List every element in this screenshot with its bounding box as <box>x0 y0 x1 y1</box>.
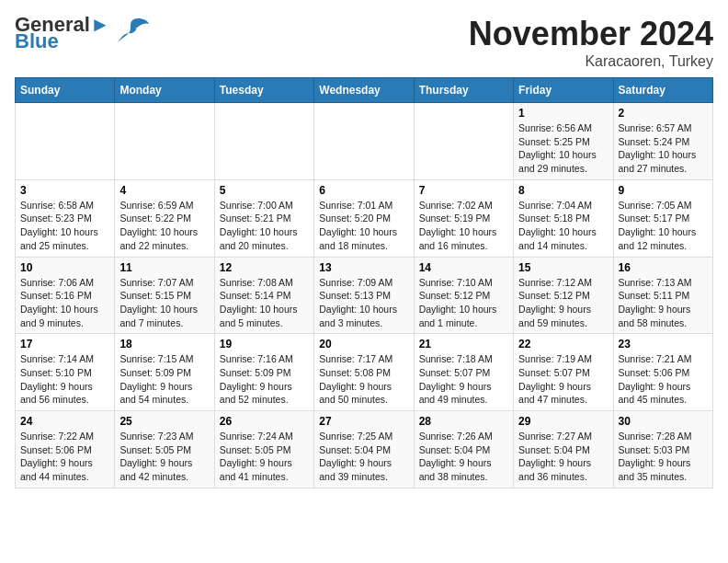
day-info: Sunrise: 7:04 AM Sunset: 5:18 PM Dayligh… <box>518 199 608 253</box>
calendar-month-year: November 2024 <box>469 15 713 53</box>
day-info: Sunrise: 7:09 AM Sunset: 5:13 PM Dayligh… <box>319 276 408 330</box>
day-number: 1 <box>518 107 608 120</box>
calendar-cell: 26Sunrise: 7:24 AM Sunset: 5:05 PM Dayli… <box>214 411 313 488</box>
calendar-cell: 23Sunrise: 7:21 AM Sunset: 5:06 PM Dayli… <box>613 334 712 411</box>
day-info: Sunrise: 7:15 AM Sunset: 5:09 PM Dayligh… <box>119 352 209 407</box>
calendar-cell: 19Sunrise: 7:16 AM Sunset: 5:09 PM Dayli… <box>214 334 313 411</box>
weekday-header: Friday <box>514 78 613 103</box>
calendar-table: SundayMondayTuesdayWednesdayThursdayFrid… <box>15 77 713 488</box>
calendar-cell: 6Sunrise: 7:01 AM Sunset: 5:20 PM Daylig… <box>314 179 414 257</box>
day-number: 27 <box>319 415 408 428</box>
calendar-cell <box>214 103 313 180</box>
calendar-location: Karacaoren, Turkey <box>469 53 713 70</box>
day-number: 19 <box>220 338 309 350</box>
day-number: 17 <box>20 338 109 350</box>
calendar-cell: 11Sunrise: 7:07 AM Sunset: 5:15 PM Dayli… <box>115 257 214 334</box>
day-number: 9 <box>619 184 708 197</box>
day-info: Sunrise: 7:24 AM Sunset: 5:05 PM Dayligh… <box>220 430 309 484</box>
calendar-week-row: 1Sunrise: 6:56 AM Sunset: 5:25 PM Daylig… <box>16 103 713 180</box>
day-info: Sunrise: 7:07 AM Sunset: 5:15 PM Dayligh… <box>119 276 209 330</box>
calendar-cell: 24Sunrise: 7:22 AM Sunset: 5:06 PM Dayli… <box>16 411 115 488</box>
logo: General► Blue <box>15 15 149 52</box>
calendar-cell: 7Sunrise: 7:02 AM Sunset: 5:19 PM Daylig… <box>414 179 513 257</box>
day-number: 2 <box>619 107 708 120</box>
day-info: Sunrise: 7:08 AM Sunset: 5:14 PM Dayligh… <box>220 276 309 330</box>
day-number: 3 <box>20 184 109 197</box>
day-number: 28 <box>419 415 508 428</box>
day-info: Sunrise: 7:16 AM Sunset: 5:09 PM Dayligh… <box>220 352 309 407</box>
day-info: Sunrise: 7:25 AM Sunset: 5:04 PM Dayligh… <box>319 430 408 484</box>
calendar-week-row: 24Sunrise: 7:22 AM Sunset: 5:06 PM Dayli… <box>16 411 713 488</box>
day-number: 7 <box>419 184 508 197</box>
day-info: Sunrise: 6:58 AM Sunset: 5:23 PM Dayligh… <box>20 199 109 253</box>
day-number: 12 <box>220 261 309 274</box>
calendar-week-row: 3Sunrise: 6:58 AM Sunset: 5:23 PM Daylig… <box>16 179 713 257</box>
weekday-header: Saturday <box>613 78 712 103</box>
calendar-cell: 3Sunrise: 6:58 AM Sunset: 5:23 PM Daylig… <box>16 179 115 257</box>
day-info: Sunrise: 7:23 AM Sunset: 5:05 PM Dayligh… <box>119 430 209 484</box>
day-number: 18 <box>119 338 209 350</box>
calendar-cell: 9Sunrise: 7:05 AM Sunset: 5:17 PM Daylig… <box>613 179 712 257</box>
day-number: 26 <box>220 415 309 428</box>
calendar-cell: 29Sunrise: 7:27 AM Sunset: 5:04 PM Dayli… <box>514 411 613 488</box>
calendar-cell: 27Sunrise: 7:25 AM Sunset: 5:04 PM Dayli… <box>314 411 414 488</box>
day-info: Sunrise: 7:26 AM Sunset: 5:04 PM Dayligh… <box>419 430 508 484</box>
weekday-header: Tuesday <box>214 78 313 103</box>
day-number: 30 <box>619 415 708 428</box>
day-info: Sunrise: 7:13 AM Sunset: 5:11 PM Dayligh… <box>619 276 708 330</box>
day-number: 20 <box>319 338 408 350</box>
day-number: 10 <box>20 261 109 274</box>
calendar-cell: 17Sunrise: 7:14 AM Sunset: 5:10 PM Dayli… <box>16 334 115 411</box>
day-info: Sunrise: 7:19 AM Sunset: 5:07 PM Dayligh… <box>518 352 608 407</box>
calendar-cell: 12Sunrise: 7:08 AM Sunset: 5:14 PM Dayli… <box>214 257 313 334</box>
day-info: Sunrise: 7:22 AM Sunset: 5:06 PM Dayligh… <box>20 430 109 484</box>
calendar-cell: 21Sunrise: 7:18 AM Sunset: 5:07 PM Dayli… <box>414 334 513 411</box>
day-info: Sunrise: 7:28 AM Sunset: 5:03 PM Dayligh… <box>619 430 708 484</box>
day-info: Sunrise: 7:18 AM Sunset: 5:07 PM Dayligh… <box>419 352 508 407</box>
calendar-cell: 8Sunrise: 7:04 AM Sunset: 5:18 PM Daylig… <box>514 179 613 257</box>
weekday-header: Sunday <box>16 78 115 103</box>
day-number: 23 <box>619 338 708 350</box>
day-info: Sunrise: 7:10 AM Sunset: 5:12 PM Dayligh… <box>419 276 508 330</box>
page-header: General► Blue November 2024 Karacaoren, … <box>15 15 713 70</box>
day-number: 25 <box>119 415 209 428</box>
day-info: Sunrise: 7:01 AM Sunset: 5:20 PM Dayligh… <box>319 199 408 253</box>
calendar-cell: 10Sunrise: 7:06 AM Sunset: 5:16 PM Dayli… <box>16 257 115 334</box>
day-info: Sunrise: 7:06 AM Sunset: 5:16 PM Dayligh… <box>20 276 109 330</box>
weekday-header: Monday <box>115 78 214 103</box>
calendar-week-row: 17Sunrise: 7:14 AM Sunset: 5:10 PM Dayli… <box>16 334 713 411</box>
calendar-cell: 15Sunrise: 7:12 AM Sunset: 5:12 PM Dayli… <box>514 257 613 334</box>
day-number: 8 <box>518 184 608 197</box>
day-info: Sunrise: 7:14 AM Sunset: 5:10 PM Dayligh… <box>20 352 109 407</box>
day-number: 6 <box>319 184 408 197</box>
calendar-cell: 28Sunrise: 7:26 AM Sunset: 5:04 PM Dayli… <box>414 411 513 488</box>
day-info: Sunrise: 6:56 AM Sunset: 5:25 PM Dayligh… <box>518 121 608 176</box>
calendar-cell: 13Sunrise: 7:09 AM Sunset: 5:13 PM Dayli… <box>314 257 414 334</box>
calendar-cell <box>314 103 414 180</box>
day-info: Sunrise: 7:05 AM Sunset: 5:17 PM Dayligh… <box>619 199 708 253</box>
calendar-header-row: SundayMondayTuesdayWednesdayThursdayFrid… <box>16 78 713 103</box>
calendar-week-row: 10Sunrise: 7:06 AM Sunset: 5:16 PM Dayli… <box>16 257 713 334</box>
day-number: 22 <box>518 338 608 350</box>
calendar-cell: 5Sunrise: 7:00 AM Sunset: 5:21 PM Daylig… <box>214 179 313 257</box>
day-number: 14 <box>419 261 508 274</box>
day-info: Sunrise: 7:21 AM Sunset: 5:06 PM Dayligh… <box>619 352 708 407</box>
calendar-cell: 20Sunrise: 7:17 AM Sunset: 5:08 PM Dayli… <box>314 334 414 411</box>
calendar-cell: 1Sunrise: 6:56 AM Sunset: 5:25 PM Daylig… <box>514 103 613 180</box>
day-number: 15 <box>518 261 608 274</box>
day-info: Sunrise: 7:12 AM Sunset: 5:12 PM Dayligh… <box>518 276 608 330</box>
day-number: 29 <box>518 415 608 428</box>
calendar-cell: 18Sunrise: 7:15 AM Sunset: 5:09 PM Dayli… <box>115 334 214 411</box>
day-info: Sunrise: 6:59 AM Sunset: 5:22 PM Dayligh… <box>119 199 209 253</box>
calendar-title-block: November 2024 Karacaoren, Turkey <box>469 15 713 70</box>
day-number: 21 <box>419 338 508 350</box>
calendar-cell: 2Sunrise: 6:57 AM Sunset: 5:24 PM Daylig… <box>613 103 712 180</box>
day-number: 5 <box>220 184 309 197</box>
calendar-cell: 14Sunrise: 7:10 AM Sunset: 5:12 PM Dayli… <box>414 257 513 334</box>
day-info: Sunrise: 7:27 AM Sunset: 5:04 PM Dayligh… <box>518 430 608 484</box>
calendar-cell <box>115 103 214 180</box>
calendar-cell: 4Sunrise: 6:59 AM Sunset: 5:22 PM Daylig… <box>115 179 214 257</box>
weekday-header: Wednesday <box>314 78 414 103</box>
calendar-cell <box>16 103 115 180</box>
day-info: Sunrise: 7:02 AM Sunset: 5:19 PM Dayligh… <box>419 199 508 253</box>
